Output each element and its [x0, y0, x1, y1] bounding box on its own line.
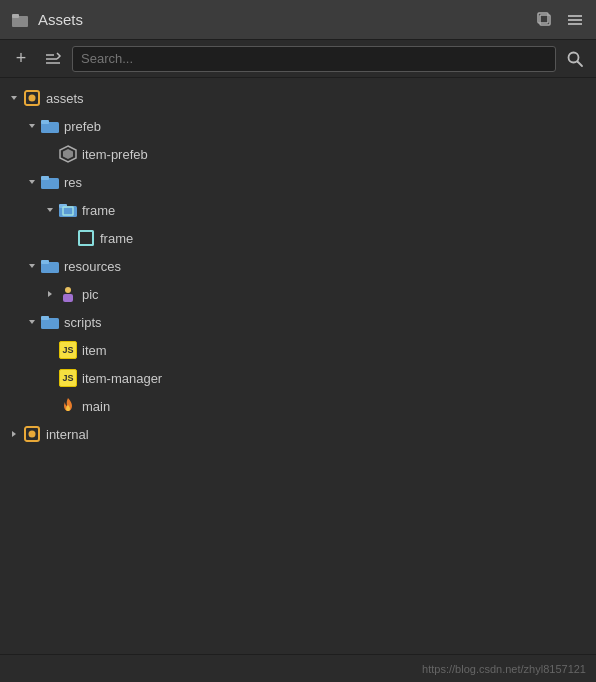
- svg-rect-1: [12, 14, 19, 18]
- label-scripts: scripts: [64, 315, 102, 330]
- label-assets-root: assets: [46, 91, 84, 106]
- arrow-res[interactable]: [24, 174, 40, 190]
- icon-item-prefeb: [58, 144, 78, 164]
- icon-main: [58, 396, 78, 416]
- add-button[interactable]: +: [8, 46, 34, 72]
- tree-item-assets-root[interactable]: assets: [0, 84, 596, 112]
- arrow-main: [42, 398, 58, 414]
- arrow-resources[interactable]: [24, 258, 40, 274]
- svg-marker-37: [12, 431, 16, 437]
- label-frame-folder: frame: [82, 203, 115, 218]
- title-bar-title: Assets: [38, 11, 534, 28]
- status-url: https://blog.csdn.net/zhyl8157121: [422, 663, 586, 675]
- icon-prefeb: [40, 116, 60, 136]
- search-input[interactable]: [72, 46, 556, 72]
- arrow-assets-root[interactable]: [6, 90, 22, 106]
- icon-item: JS: [58, 340, 78, 360]
- svg-marker-34: [29, 320, 35, 324]
- svg-rect-30: [41, 260, 49, 264]
- sort-button[interactable]: [40, 46, 66, 72]
- tree-container: assetsprefebitem-prefebresframeframereso…: [0, 78, 596, 654]
- svg-point-39: [29, 431, 36, 438]
- label-item-prefeb: item-prefeb: [82, 147, 148, 162]
- label-res: res: [64, 175, 82, 190]
- arrow-item-prefeb: [42, 146, 58, 162]
- tree-item-item-prefeb[interactable]: item-prefeb: [0, 140, 596, 168]
- svg-marker-31: [48, 291, 52, 297]
- status-bar: https://blog.csdn.net/zhyl8157121: [0, 654, 596, 682]
- tree-item-resources[interactable]: resources: [0, 252, 596, 280]
- arrow-frame-folder[interactable]: [42, 202, 58, 218]
- label-prefeb: prefeb: [64, 119, 101, 134]
- arrow-item-manager: [42, 370, 58, 386]
- svg-rect-27: [79, 231, 93, 245]
- title-bar: Assets: [0, 0, 596, 40]
- icon-internal: [22, 424, 42, 444]
- arrow-item: [42, 342, 58, 358]
- svg-rect-33: [63, 294, 73, 302]
- arrow-internal[interactable]: [6, 426, 22, 442]
- tree-item-internal[interactable]: internal: [0, 420, 596, 448]
- title-bar-actions: [534, 9, 586, 31]
- svg-point-32: [65, 287, 71, 293]
- svg-point-14: [29, 95, 36, 102]
- label-pic: pic: [82, 287, 99, 302]
- title-bar-folder-icon: [10, 10, 30, 30]
- icon-frame-file: [76, 228, 96, 248]
- svg-marker-19: [63, 149, 73, 159]
- svg-line-11: [578, 61, 583, 66]
- label-internal: internal: [46, 427, 89, 442]
- svg-marker-28: [29, 264, 35, 268]
- menu-button[interactable]: [564, 9, 586, 31]
- arrow-scripts[interactable]: [24, 314, 40, 330]
- toolbar: +: [0, 40, 596, 78]
- label-main: main: [82, 399, 110, 414]
- svg-marker-15: [29, 124, 35, 128]
- svg-rect-6: [568, 23, 582, 25]
- tree-item-res[interactable]: res: [0, 168, 596, 196]
- svg-rect-4: [568, 15, 582, 17]
- arrow-frame-file: [60, 230, 76, 246]
- tree-item-frame-file[interactable]: frame: [0, 224, 596, 252]
- label-item-manager: item-manager: [82, 371, 162, 386]
- tree-item-scripts[interactable]: scripts: [0, 308, 596, 336]
- svg-rect-5: [568, 19, 582, 21]
- label-frame-file: frame: [100, 231, 133, 246]
- icon-scripts: [40, 312, 60, 332]
- icon-frame-folder: [58, 200, 78, 220]
- svg-marker-12: [11, 96, 17, 100]
- tree-item-frame-folder[interactable]: frame: [0, 196, 596, 224]
- icon-item-manager: JS: [58, 368, 78, 388]
- tree-item-pic[interactable]: pic: [0, 280, 596, 308]
- icon-res: [40, 172, 60, 192]
- tree-item-item[interactable]: JSitem: [0, 336, 596, 364]
- icon-assets-root: [22, 88, 42, 108]
- label-item: item: [82, 343, 107, 358]
- arrow-prefeb[interactable]: [24, 118, 40, 134]
- icon-resources: [40, 256, 60, 276]
- tree-item-main[interactable]: main: [0, 392, 596, 420]
- icon-pic: [58, 284, 78, 304]
- arrow-pic[interactable]: [42, 286, 58, 302]
- svg-rect-22: [41, 176, 49, 180]
- svg-rect-17: [41, 120, 49, 124]
- label-resources: resources: [64, 259, 121, 274]
- svg-marker-23: [47, 208, 53, 212]
- svg-rect-36: [41, 316, 49, 320]
- search-icon[interactable]: [562, 46, 588, 72]
- svg-marker-20: [29, 180, 35, 184]
- tree-item-prefeb[interactable]: prefeb: [0, 112, 596, 140]
- tree-item-item-manager[interactable]: JSitem-manager: [0, 364, 596, 392]
- duplicate-button[interactable]: [534, 9, 556, 31]
